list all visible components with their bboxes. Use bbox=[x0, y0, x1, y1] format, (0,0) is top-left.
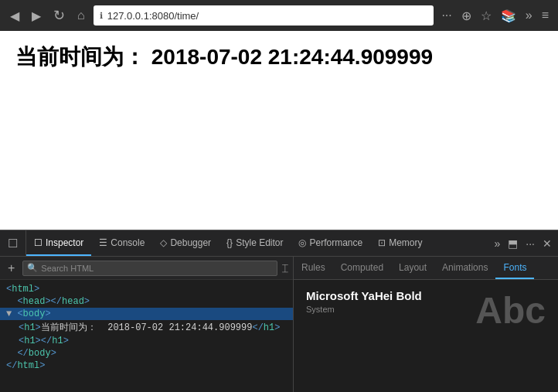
tree-line-head[interactable]: <head></head> bbox=[0, 295, 293, 308]
back-button[interactable]: ◀ bbox=[6, 7, 23, 25]
memory-tab-label: Memory bbox=[389, 237, 422, 248]
lock-icon: ℹ bbox=[100, 11, 103, 21]
library-button[interactable]: 📚 bbox=[498, 7, 519, 25]
devtools-left-controls: ☐ bbox=[0, 230, 26, 256]
performance-tab-label: Performance bbox=[309, 237, 362, 248]
tab-memory[interactable]: ⊡ Memory bbox=[370, 230, 430, 256]
browser-chrome: ◀ ▶ ↻ ⌂ ℹ 127.0.0.1:8080/time/ ··· ⊕ ☆ 📚… bbox=[0, 0, 558, 31]
browser-actions: ··· ⊕ ☆ 📚 » ≡ bbox=[438, 7, 552, 25]
font-info: Microsoft YaHei Bold System bbox=[306, 289, 460, 314]
html-toolbar: + 🔍 Search HTML ⌶ bbox=[0, 257, 293, 280]
forward-button[interactable]: ▶ bbox=[28, 7, 45, 25]
memory-tab-icon: ⊡ bbox=[378, 237, 386, 248]
tab-console[interactable]: ☰ Console bbox=[91, 230, 152, 256]
devtools-overflow-button[interactable]: » bbox=[493, 236, 502, 251]
devtools-body: + 🔍 Search HTML ⌶ <html> <head></head> ▼… bbox=[0, 257, 558, 392]
inspector-tab-icon: ☐ bbox=[34, 237, 43, 248]
tab-performance[interactable]: ◎ Performance bbox=[291, 230, 370, 256]
devtools-toolbar-right: » ⬒ ··· ✕ bbox=[488, 230, 558, 256]
style-editor-tab-label: Style Editor bbox=[236, 237, 283, 248]
devtools-toolbar: ☐ ☐ Inspector ☰ Console ◇ Debugger {} St… bbox=[0, 230, 558, 257]
tree-line-body-close[interactable]: </body> bbox=[0, 347, 293, 360]
home-button[interactable]: ⌂ bbox=[73, 7, 89, 24]
screenshot-button[interactable]: ☐ bbox=[3, 230, 22, 256]
tab-computed[interactable]: Computed bbox=[333, 257, 391, 279]
html-tree: <html> <head></head> ▼ <body> <h1>当前时间为：… bbox=[0, 280, 293, 392]
tree-line-html-close[interactable]: </html> bbox=[0, 360, 293, 372]
debugger-tab-icon: ◇ bbox=[160, 237, 167, 248]
overflow-button[interactable]: » bbox=[522, 7, 536, 24]
performance-tab-icon: ◎ bbox=[298, 237, 306, 248]
fonts-content: Microsoft YaHei Bold System Abc bbox=[294, 280, 558, 392]
tree-line-html[interactable]: <html> bbox=[0, 283, 293, 295]
devtools-more-button[interactable]: ··· bbox=[524, 236, 536, 251]
style-editor-tab-icon: {} bbox=[226, 237, 233, 248]
pick-element-button[interactable]: ⌶ bbox=[282, 262, 288, 274]
font-preview: Abc bbox=[475, 292, 546, 329]
console-tab-icon: ☰ bbox=[99, 237, 107, 248]
inspector-tab-label: Inspector bbox=[46, 237, 83, 248]
tree-line-h1-empty[interactable]: <h1></h1> bbox=[0, 335, 293, 347]
more-button[interactable]: ··· bbox=[438, 7, 454, 24]
address-bar[interactable]: ℹ 127.0.0.1:8080/time/ bbox=[94, 5, 434, 26]
add-node-button[interactable]: + bbox=[5, 261, 18, 275]
pocket-button[interactable]: ⊕ bbox=[458, 7, 475, 25]
star-button[interactable]: ☆ bbox=[478, 7, 495, 25]
html-search-box[interactable]: 🔍 Search HTML bbox=[22, 261, 277, 276]
tab-style-editor[interactable]: {} Style Editor bbox=[219, 230, 291, 256]
tab-rules[interactable]: Rules bbox=[294, 257, 333, 279]
search-placeholder: Search HTML bbox=[41, 264, 94, 273]
devtools-close-button[interactable]: ✕ bbox=[541, 236, 553, 251]
tree-line-body[interactable]: ▼ <body> bbox=[0, 308, 293, 320]
tab-inspector[interactable]: ☐ Inspector bbox=[26, 230, 91, 256]
html-panel: + 🔍 Search HTML ⌶ <html> <head></head> ▼… bbox=[0, 257, 294, 392]
page-heading: 当前时间为： 2018-07-02 21:24:44.909999 bbox=[15, 43, 543, 71]
tab-animations[interactable]: Animations bbox=[434, 257, 495, 279]
devtools-dock-button[interactable]: ⬒ bbox=[506, 236, 519, 251]
tree-line-h1-content[interactable]: <h1>当前时间为： 2018-07-02 21:24:44.909999</h… bbox=[0, 320, 293, 335]
devtools-tabs: ☐ Inspector ☰ Console ◇ Debugger {} Styl… bbox=[26, 230, 488, 256]
url-text: 127.0.0.1:8080/time/ bbox=[107, 10, 428, 22]
right-panel: Rules Computed Layout Animations Fonts M… bbox=[294, 257, 558, 392]
page-content: 当前时间为： 2018-07-02 21:24:44.909999 bbox=[0, 31, 558, 230]
debugger-tab-label: Debugger bbox=[170, 237, 211, 248]
tab-debugger[interactable]: ◇ Debugger bbox=[152, 230, 219, 256]
devtools-panel: ☐ ☐ Inspector ☰ Console ◇ Debugger {} St… bbox=[0, 230, 558, 392]
menu-button[interactable]: ≡ bbox=[539, 7, 552, 24]
font-source: System bbox=[306, 305, 460, 314]
tab-layout[interactable]: Layout bbox=[391, 257, 434, 279]
refresh-button[interactable]: ↻ bbox=[49, 5, 69, 26]
font-name: Microsoft YaHei Bold bbox=[306, 289, 460, 302]
right-panel-tabs: Rules Computed Layout Animations Fonts bbox=[294, 257, 558, 280]
tab-fonts[interactable]: Fonts bbox=[495, 257, 534, 279]
console-tab-label: Console bbox=[111, 237, 145, 248]
search-icon: 🔍 bbox=[27, 263, 38, 273]
